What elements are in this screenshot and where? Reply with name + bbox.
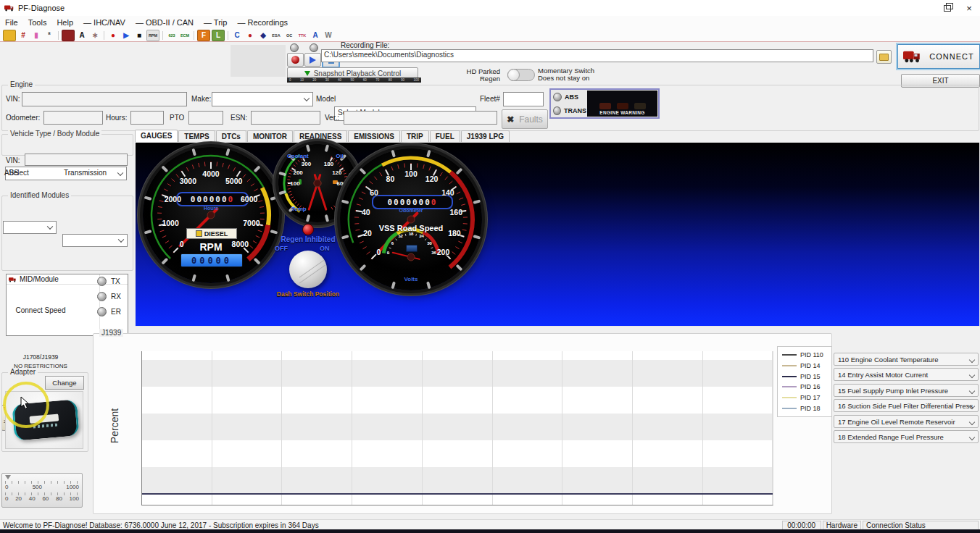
change-adapter-button[interactable]: Change [45,376,84,390]
record-icon[interactable]: ● [107,30,119,41]
legend-line-swatch [782,386,797,387]
ic-bus-icon[interactable]: OC [283,30,295,41]
dash-switch-knob[interactable] [289,251,327,288]
sidebar-transmission-label: Transmission [64,169,107,177]
play-icon[interactable]: ▶ [120,30,132,41]
toolbar-separator [162,31,163,40]
make-combo[interactable] [212,92,313,106]
snapshot-slider[interactable]: 0102030405060708090100 [287,77,421,83]
tab-readiness[interactable]: READINESS [294,130,347,143]
esa-icon[interactable]: ESA [270,30,282,41]
truck-icon[interactable] [62,30,75,41]
pid-select-110[interactable]: 110 Engine Coolant Temperature [834,353,979,366]
engine-glow-icon [634,103,646,109]
fleet-field[interactable] [503,92,544,106]
regen-inhibited-led [302,224,314,235]
menu-item[interactable]: — Recordings [232,18,293,27]
recording-file-input[interactable]: C:\Users\smeek\Documents\Diagnostics [321,49,873,62]
menu-item[interactable]: Tools [23,18,52,27]
open-folder-icon[interactable] [3,30,16,41]
tab-trip[interactable]: TRIP [401,130,429,143]
ecm-icon[interactable]: ECM [179,30,191,41]
datalink-icon[interactable]: L [212,30,225,41]
pid-select-14[interactable]: 14 Entry Assist Motor Current [834,368,979,381]
tab-fuel[interactable]: FUEL [430,130,460,143]
comm-led-er: ER [97,307,121,316]
menu-item[interactable]: File [0,18,23,27]
shutoff-icon[interactable]: F [197,30,210,41]
ruler-tick: 20 [312,78,316,82]
inactive-panel [231,45,286,77]
hours-field[interactable] [130,111,164,125]
menu-item[interactable]: — Trip [199,18,232,27]
notes-icon[interactable]: ▮ [30,30,42,41]
wabco-brand-icon[interactable]: W [323,30,334,41]
connect-button[interactable]: CONNECT [897,44,980,69]
playback-status-led [310,43,318,52]
gauge-tick-label: 120 [425,175,439,183]
snapshot-playback-label: Snapshot Playback Control [314,70,402,77]
record-button[interactable] [287,53,304,67]
gauges-panel: 0000000 Hours DIESEL RPM 00000 010002000… [135,142,980,327]
menu-item[interactable]: — OBD-II / CAN [130,18,199,27]
ver-field[interactable] [344,111,497,125]
gauge-tick-label: 3000 [180,177,196,185]
abs-led-label: ABS [565,93,578,101]
gauge-tick-label: 180 [448,229,461,238]
pid-select-15[interactable]: 15 Fuel Supply Pump Inlet Pressure [834,384,979,397]
ruler-tick: 40 [338,78,341,82]
battery-icon [406,245,418,252]
legend-item: PID 14 [782,362,827,369]
ttk-icon[interactable]: TTK [296,30,308,41]
tab-dtcs[interactable]: DTCs [216,130,246,143]
tab-j1939-lpg[interactable]: J1939 LPG [461,130,510,143]
j1587-icon[interactable]: 623 [166,30,178,41]
pid-select-17[interactable]: 17 Engine Oil Level Remote Reservoir [834,415,979,428]
window-title: PF-Diagnose [18,4,65,12]
tab-temps[interactable]: TEMPS [178,130,215,143]
rx-led-label: RX [111,293,121,301]
pf-diagnose-window: PF-Diagnose × FileToolsHelp— IHC/NAV— OB… [0,0,980,533]
odometer-field[interactable] [43,111,103,125]
detroit-brand-icon[interactable]: ● [244,30,256,41]
tab-monitor[interactable]: MONITOR [247,130,293,143]
pto-field[interactable] [188,111,223,125]
connect-speed-widget[interactable]: 05001000 020406080100 [1,473,83,508]
toolbar-separator [194,31,194,40]
close-window-button[interactable]: × [958,1,980,15]
play-button[interactable] [304,53,321,67]
restore-window-button[interactable] [937,1,958,15]
engine-legend: Engine [8,80,35,88]
menu-item[interactable]: Help [51,18,78,27]
gauge-tick-label: 6 [391,241,394,245]
tx-led-label: TX [111,277,120,285]
cummins-brand-icon[interactable]: ◆ [257,30,269,41]
stop-icon[interactable]: ■ [133,30,145,41]
cat-brand-icon[interactable]: C [231,30,243,41]
legend-label: PID 15 [800,373,821,380]
toolbar-separator [104,31,104,40]
sidebar-vin-field[interactable] [25,154,128,166]
browse-folder-button[interactable] [876,50,892,64]
pid-select-16[interactable]: 16 Suction Side Fuel Filter Differential… [834,399,979,412]
esn-field[interactable] [251,111,320,125]
vin-field[interactable] [22,92,187,106]
rpm-meter-icon[interactable]: RPM [146,30,159,41]
gauge-tick-label: 5000 [225,177,242,185]
gauge-tick-label: 160 [449,208,462,217]
pid-select-18[interactable]: 18 Extended Range Fuel Pressure [834,430,979,443]
settings-gear-icon[interactable]: * [43,30,55,41]
hd-parked-regen-toggle[interactable] [507,69,535,81]
zero-value-line [142,493,773,495]
adapter-connect-icon[interactable]: # [17,30,29,41]
dtc-letter-icon[interactable]: A [76,30,88,41]
legend-label: PID 18 [800,405,821,412]
road-odometer: 00000000 [372,195,453,209]
identified-modules-label: Identified Modules [8,191,71,199]
clear-codes-icon[interactable]: ∗ [89,30,101,41]
menu-item[interactable]: — IHC/NAV [78,18,130,27]
faults-button[interactable]: ✖Faults [502,109,548,129]
allison-brand-icon[interactable]: A [310,30,321,41]
gauge-tick-label: 140 [441,188,454,197]
tab-emissions[interactable]: EMISSIONS [348,130,400,143]
